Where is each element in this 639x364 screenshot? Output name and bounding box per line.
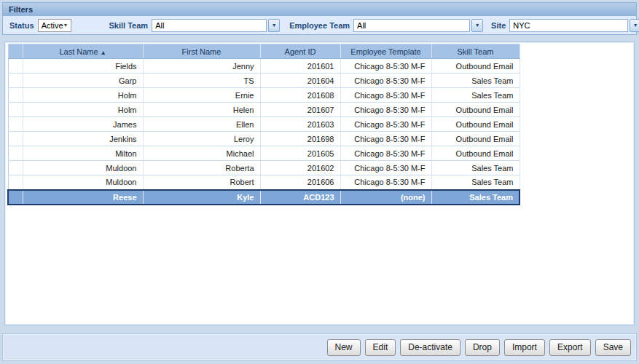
- edit-button[interactable]: Edit: [365, 339, 396, 356]
- row-selector-cell[interactable]: [8, 146, 23, 161]
- cell-agent-id[interactable]: 201606: [260, 175, 340, 190]
- table-row[interactable]: Holm Ernie 201608 Chicago 8-5:30 M-F Sal…: [8, 88, 520, 103]
- import-button[interactable]: Import: [504, 339, 545, 356]
- new-button[interactable]: New: [327, 339, 361, 356]
- cell-employee-template[interactable]: Chicago 8-5:30 M-F: [340, 146, 431, 161]
- chevron-down-icon: ▼: [475, 23, 480, 28]
- cell-skill-team[interactable]: Outbound Email: [431, 117, 520, 132]
- cell-employee-template[interactable]: Chicago 8-5:30 M-F: [340, 132, 431, 146]
- row-selector-cell[interactable]: [8, 88, 23, 103]
- cell-skill-team[interactable]: Sales Team: [431, 74, 520, 88]
- cell-skill-team[interactable]: Sales Team: [431, 161, 520, 175]
- cell-last-name[interactable]: Muldoon: [23, 175, 143, 190]
- de-activate-button[interactable]: De-activate: [400, 339, 460, 356]
- cell-employee-template[interactable]: Chicago 8-5:30 M-F: [340, 59, 431, 74]
- cell-employee-template[interactable]: Chicago 8-5:30 M-F: [340, 103, 431, 117]
- table-row[interactable]: James Ellen 201603 Chicago 8-5:30 M-F Ou…: [8, 117, 520, 132]
- cell-agent-id[interactable]: 201698: [260, 132, 340, 146]
- cell-first-name[interactable]: Roberta: [143, 161, 260, 175]
- table-row[interactable]: Jenkins Leroy 201698 Chicago 8-5:30 M-F …: [8, 132, 520, 146]
- filter-row: Status Active ▼ Skill Team ▼ Employee Te…: [3, 16, 636, 34]
- column-header-first-name[interactable]: First Name: [143, 44, 260, 59]
- cell-first-name[interactable]: Helen: [143, 103, 260, 117]
- table-row[interactable]: Garp TS 201604 Chicago 8-5:30 M-F Sales …: [8, 74, 520, 88]
- cell-skill-team[interactable]: Sales Team: [431, 190, 520, 205]
- cell-skill-team[interactable]: Outbound Email: [431, 59, 520, 74]
- table-row[interactable]: Holm Helen 201607 Chicago 8-5:30 M-F Out…: [8, 103, 520, 117]
- table-row-selected[interactable]: Reese Kyle ACD123 (none) Sales Team: [8, 190, 520, 205]
- cell-first-name[interactable]: Leroy: [143, 132, 260, 146]
- cell-employee-template[interactable]: (none): [340, 190, 431, 205]
- cell-last-name[interactable]: Holm: [23, 88, 143, 103]
- save-button[interactable]: Save: [595, 339, 631, 356]
- cell-agent-id[interactable]: 201605: [260, 146, 340, 161]
- selector-column-header: [8, 44, 23, 59]
- cell-agent-id[interactable]: ACD123: [260, 190, 340, 205]
- column-header-last-name[interactable]: Last Name ▲: [23, 44, 143, 59]
- status-select[interactable]: Active ▼: [38, 19, 71, 32]
- cell-last-name[interactable]: Muldoon: [23, 161, 143, 175]
- cell-last-name[interactable]: James: [23, 117, 143, 132]
- agents-table: Last Name ▲ First Name Agent ID Employee…: [7, 44, 520, 205]
- cell-first-name[interactable]: Michael: [143, 146, 260, 161]
- cell-agent-id[interactable]: 201604: [260, 74, 340, 88]
- employee-team-input[interactable]: [353, 19, 470, 32]
- cell-last-name[interactable]: Jenkins: [23, 132, 143, 146]
- row-selector-cell[interactable]: [8, 103, 23, 117]
- cell-first-name[interactable]: Ernie: [143, 88, 260, 103]
- row-selector-cell[interactable]: [8, 117, 23, 132]
- cell-skill-team[interactable]: Outbound Email: [431, 103, 520, 117]
- skill-team-dropdown-button[interactable]: ▼: [268, 19, 280, 32]
- cell-employee-template[interactable]: Chicago 8-5:30 M-F: [340, 74, 431, 88]
- cell-last-name[interactable]: Garp: [23, 74, 143, 88]
- cell-agent-id[interactable]: 201603: [260, 117, 340, 132]
- cell-agent-id[interactable]: 201608: [260, 88, 340, 103]
- cell-agent-id[interactable]: 201601: [260, 59, 340, 74]
- chevron-down-icon: ▼: [272, 23, 277, 28]
- row-selector-cell[interactable]: [8, 161, 23, 175]
- column-header-skill-team[interactable]: Skill Team: [431, 44, 520, 59]
- cell-last-name[interactable]: Milton: [23, 146, 143, 161]
- employee-team-combo: ▼: [353, 19, 483, 32]
- cell-employee-template[interactable]: Chicago 8-5:30 M-F: [340, 117, 431, 132]
- cell-skill-team[interactable]: Sales Team: [431, 88, 520, 103]
- chevron-down-icon: ▼: [633, 23, 638, 28]
- cell-skill-team[interactable]: Sales Team: [431, 175, 520, 190]
- cell-employee-template[interactable]: Chicago 8-5:30 M-F: [340, 88, 431, 103]
- column-header-agent-id[interactable]: Agent ID: [260, 44, 340, 59]
- cell-employee-template[interactable]: Chicago 8-5:30 M-F: [340, 161, 431, 175]
- row-selector-cell[interactable]: [8, 175, 23, 190]
- column-header-label: First Name: [182, 47, 222, 56]
- row-selector-cell[interactable]: [8, 59, 23, 74]
- table-row[interactable]: Fields Jenny 201601 Chicago 8-5:30 M-F O…: [8, 59, 520, 74]
- column-header-employee-template[interactable]: Employee Template: [340, 44, 431, 59]
- cell-last-name[interactable]: Fields: [23, 59, 143, 74]
- site-combo: ▼: [509, 19, 639, 32]
- table-row[interactable]: Muldoon Roberta 201602 Chicago 8-5:30 M-…: [8, 161, 520, 175]
- drop-button[interactable]: Drop: [465, 339, 500, 356]
- cell-last-name[interactable]: Reese: [23, 190, 143, 205]
- cell-first-name[interactable]: TS: [143, 74, 260, 88]
- status-select-value: Active: [42, 21, 63, 30]
- export-button[interactable]: Export: [549, 339, 591, 356]
- site-input[interactable]: [509, 19, 628, 32]
- row-selector-cell[interactable]: [8, 132, 23, 146]
- cell-agent-id[interactable]: 201607: [260, 103, 340, 117]
- cell-skill-team[interactable]: Outbound Email: [431, 146, 520, 161]
- status-label: Status: [9, 21, 34, 30]
- cell-first-name[interactable]: Ellen: [143, 117, 260, 132]
- table-row[interactable]: Muldoon Robert 201606 Chicago 8-5:30 M-F…: [8, 175, 520, 190]
- site-dropdown-button[interactable]: ▼: [630, 19, 639, 32]
- table-row[interactable]: Milton Michael 201605 Chicago 8-5:30 M-F…: [8, 146, 520, 161]
- cell-employee-template[interactable]: Chicago 8-5:30 M-F: [340, 175, 431, 190]
- cell-last-name[interactable]: Holm: [23, 103, 143, 117]
- cell-first-name[interactable]: Robert: [143, 175, 260, 190]
- employee-team-dropdown-button[interactable]: ▼: [471, 19, 483, 32]
- row-selector-cell[interactable]: [8, 74, 23, 88]
- cell-agent-id[interactable]: 201602: [260, 161, 340, 175]
- cell-first-name[interactable]: Kyle: [143, 190, 260, 205]
- skill-team-input[interactable]: [152, 19, 267, 32]
- cell-first-name[interactable]: Jenny: [143, 59, 260, 74]
- cell-skill-team[interactable]: Outbound Email: [431, 132, 520, 146]
- row-selector-cell[interactable]: [8, 190, 23, 205]
